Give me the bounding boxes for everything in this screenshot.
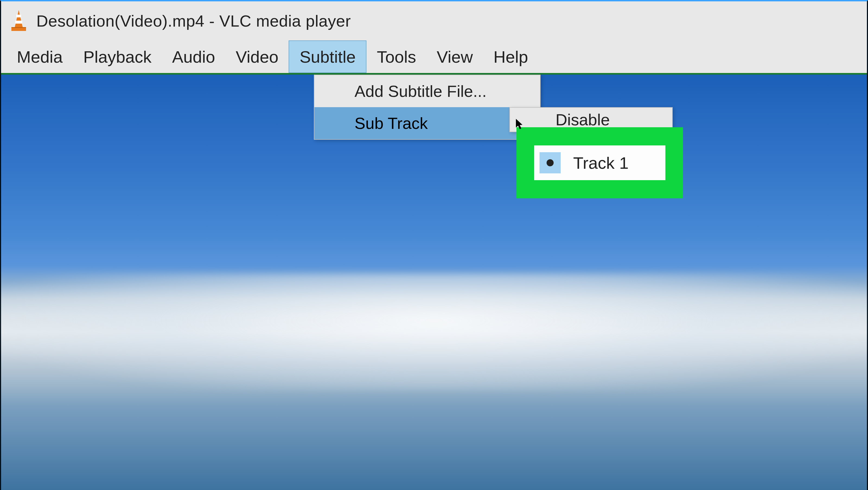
menu-view[interactable]: View (426, 40, 483, 73)
vlc-cone-icon (9, 9, 28, 33)
submenu-track-1[interactable]: Track 1 (534, 146, 665, 180)
submenu-disable[interactable]: Disable (510, 108, 672, 129)
menu-subtitle[interactable]: Subtitle (289, 40, 367, 73)
vlc-window: Desolation(Video).mp4 - VLC media player… (0, 0, 868, 490)
radio-selected-icon (539, 152, 561, 173)
menu-sub-track[interactable]: Sub Track ▶ (314, 107, 540, 139)
subtitle-dropdown: Add Subtitle File... Sub Track ▶ (314, 74, 540, 140)
svg-rect-1 (16, 14, 21, 18)
video-content (1, 274, 867, 391)
submenu-item-label: Track 1 (573, 153, 628, 173)
menu-playback[interactable]: Playback (73, 40, 162, 73)
menu-help[interactable]: Help (483, 40, 538, 73)
menubar: Media Playback Audio Video Subtitle Tool… (1, 40, 867, 74)
menu-audio[interactable]: Audio (162, 40, 225, 73)
menu-item-label: Add Subtitle File... (354, 82, 487, 101)
svg-rect-2 (15, 21, 22, 24)
submenu-item-label: Disable (556, 111, 610, 129)
svg-marker-0 (14, 10, 23, 28)
radio-dot (547, 159, 554, 166)
svg-rect-4 (11, 27, 26, 28)
window-title: Desolation(Video).mp4 - VLC media player (36, 12, 351, 30)
titlebar: Desolation(Video).mp4 - VLC media player (1, 1, 867, 40)
menu-item-label: Sub Track (354, 114, 428, 133)
menu-add-subtitle-file[interactable]: Add Subtitle File... (314, 75, 540, 107)
menu-video[interactable]: Video (225, 40, 289, 73)
highlight-annotation: Track 1 (517, 127, 683, 198)
menu-media[interactable]: Media (6, 40, 73, 73)
menu-tools[interactable]: Tools (367, 40, 426, 73)
